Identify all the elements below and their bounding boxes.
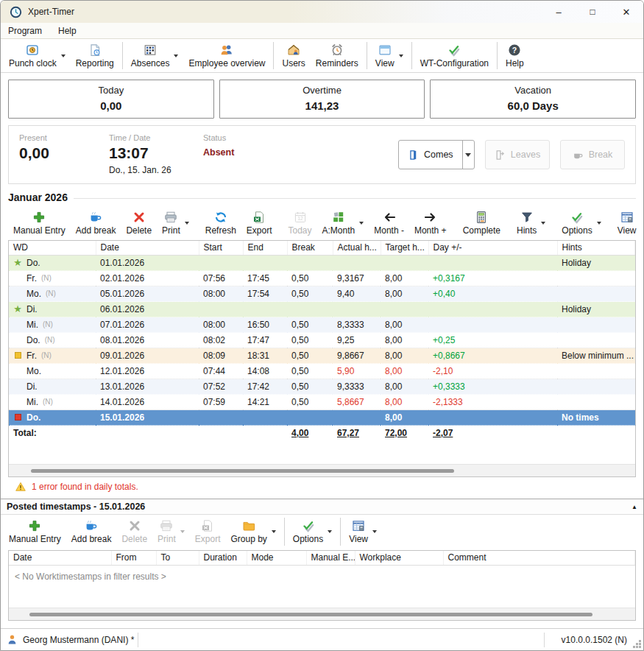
cell-target-hours [381,301,428,317]
minimize-button[interactable]: – [542,1,576,23]
toolbar-button-add-break[interactable]: Add break [71,207,121,239]
toolbar-button-employee-overview[interactable]: Employee overview [183,40,270,71]
cell-day-diff: +0,8667 [428,348,557,363]
statusbar-separator [138,633,138,647]
comes-button[interactable]: Comes [398,140,475,169]
toolbar-button-refresh[interactable]: Refresh [200,207,241,239]
menu-help[interactable]: Help [58,26,77,36]
column-header-to[interactable]: To [156,551,199,565]
chevron-down-icon[interactable] [61,54,66,57]
table-row[interactable]: Mi.(N)14.01.202607:5914:210,505,86678,00… [9,394,635,409]
column-header-start[interactable]: Start [199,241,243,255]
toolbar-button-export[interactable]: Export [241,207,277,239]
menu-program[interactable]: Program [8,26,42,36]
toolbar-button-options[interactable]: Options [556,207,606,239]
table-row[interactable]: Do.(N)08.01.202608:0217:470,509,258,00+0… [9,332,635,348]
toolbar-button-options[interactable]: Options [288,515,337,548]
toolbar-button-delete[interactable]: Delete [121,207,157,239]
toolbar-button-users[interactable]: Users [277,40,310,71]
toolbar-button-add-break[interactable]: Add break [66,515,117,548]
close-button[interactable]: ✕ [609,1,643,23]
toolbar-button-manual-entry[interactable]: Manual Entry [4,515,66,548]
timestamps-hscrollbar[interactable] [9,608,635,620]
column-header-wd[interactable]: WD [9,241,96,255]
chevron-down-icon[interactable] [185,222,189,225]
month-hscroll-thumb[interactable] [31,469,454,473]
table-row[interactable]: Mi.(N)07.01.202608:0016:500,508,33338,00 [9,317,635,332]
column-header-date[interactable]: Date [9,551,111,565]
toolbar-button-view[interactable]: View [344,515,382,548]
table-row[interactable]: ★Do.01.01.2026Holiday [9,255,635,270]
app-version: v10.0.0.1502 (N) [545,635,637,645]
column-header-break[interactable]: Break [287,241,333,255]
toolbar-button-absences[interactable]: Absences [126,40,184,71]
cell-end: 18:31 [243,348,287,363]
column-header-manual-e[interactable]: Manual E... [306,551,355,565]
warning-square-icon [13,352,22,359]
timestamps-hscroll-thumb[interactable] [29,613,592,616]
toolbar-button-reporting[interactable]: Reporting [71,40,119,71]
toolbar-button-complete[interactable]: Complete [458,207,506,239]
toolbar-button-group-by[interactable]: Group by [225,515,280,548]
toolbar-button-a-month[interactable]: A:Month [317,207,369,239]
column-header-from[interactable]: From [111,551,156,565]
table-row[interactable]: Di.13.01.202607:5217:420,509,33338,00+0,… [9,379,635,394]
cell-end: 17:47 [243,332,287,348]
table-row[interactable]: Fr.(N)09.01.202608:0918:310,509,86678,00… [9,348,635,363]
toolbar-button-view[interactable]: View [370,40,408,71]
chevron-down-icon[interactable] [174,54,178,57]
toolbar-button-punch-clock[interactable]: Punch clock [4,40,71,71]
toolbar-button-view[interactable]: View [612,207,642,239]
cell-start: 08:02 [199,332,243,348]
break-button-label: Break [589,149,613,160]
toolbar-button-label: Refresh [205,225,236,236]
toolbar-button-manual-entry[interactable]: Manual Entry [8,207,71,239]
chevron-down-icon[interactable] [272,530,276,533]
toolbar-button-hints[interactable]: Hints [512,207,551,239]
toolbar-button-label: Users [282,58,305,68]
toolbar-separator [367,42,367,69]
column-header-day[interactable]: Day +/- [428,241,557,255]
column-header-mode[interactable]: Mode [247,551,306,565]
column-header-hints[interactable]: Hints [557,241,635,255]
cell-hints [557,332,635,348]
column-header-date[interactable]: Date [96,241,199,255]
toolbar-button-label: Absences [131,58,170,68]
column-header-actual-h[interactable]: Actual h... [333,241,381,255]
summary-card-overtime: Overtime 141,23 [219,80,425,119]
toolbar-button-reminders[interactable]: Reminders [311,40,364,71]
chevron-down-icon[interactable] [328,530,332,533]
table-row[interactable]: Do.15.01.20268,00No times [9,409,635,425]
weekday-label: Mo. [26,289,41,299]
month-hscrollbar[interactable] [9,464,635,476]
toolbar-button-help[interactable]: ?Help [500,40,529,71]
toolbar-button-label: Export [247,225,272,236]
chevron-down-icon[interactable] [359,222,364,225]
chevron-down-icon[interactable] [597,222,601,225]
toolbar-button-print[interactable]: Print [157,207,194,239]
cell-actual-hours [333,255,381,270]
collapse-icon[interactable]: ▲ [631,504,637,510]
cell-wd: Mi.(N) [9,394,96,409]
column-header-duration[interactable]: Duration [199,551,247,565]
comes-dropdown[interactable] [462,141,474,169]
resize-grip-icon[interactable] [639,646,641,648]
chevron-down-icon[interactable] [399,54,403,57]
chevron-down-icon[interactable] [541,222,545,225]
column-header-comment[interactable]: Comment [443,551,635,565]
toolbar-button-month[interactable]: Month - [369,207,409,239]
timestamps-header[interactable]: Posted timestamps - 15.01.2026 ▲ [1,499,643,515]
table-row[interactable]: Mo.(N)05.01.202608:0017:540,509,408,00+0… [9,286,635,301]
table-row[interactable]: Mo.12.01.202607:4414:080,505,908,00-2,10 [9,363,635,379]
toolbar-button-wt-configuration[interactable]: WT-Configuration [415,40,494,71]
total-empty [557,425,635,440]
chevron-down-icon[interactable] [372,530,377,533]
toolbar-button-month[interactable]: Month + [409,207,452,239]
table-row[interactable]: Fr.(N)02.01.202607:5617:450,509,31678,00… [9,270,635,286]
column-header-workplace[interactable]: Workplace [355,551,443,565]
weekday-label: Do. [26,412,40,423]
maximize-button[interactable]: □ [576,1,609,23]
column-header-target-h[interactable]: Target h... [381,241,428,255]
column-header-end[interactable]: End [243,241,287,255]
table-row[interactable]: ★Di.06.01.2026Holiday [9,301,635,317]
